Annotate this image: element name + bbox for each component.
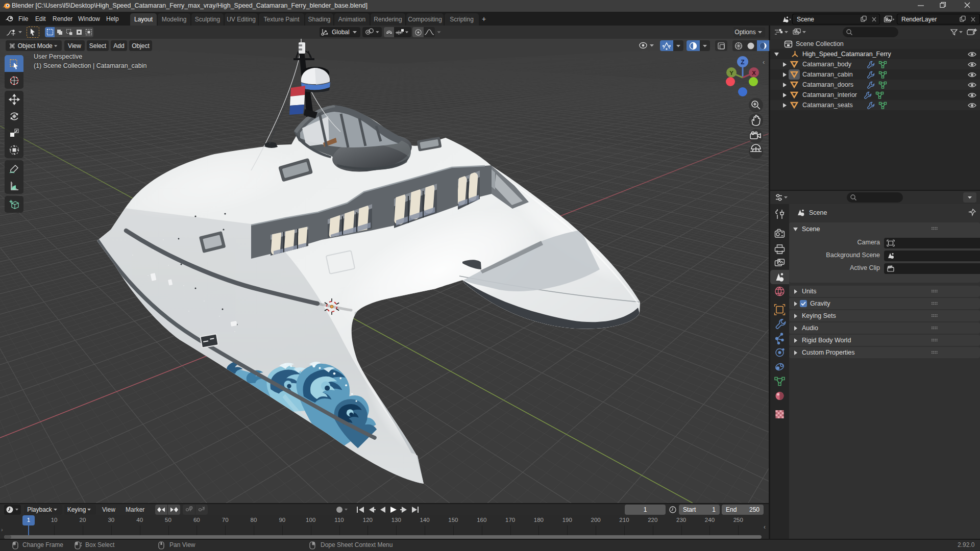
svg-text:‹: ‹ bbox=[763, 58, 765, 66]
svg-text:Z: Z bbox=[741, 59, 744, 66]
svg-text:Y: Y bbox=[729, 70, 733, 76]
svg-text:X: X bbox=[752, 70, 756, 76]
